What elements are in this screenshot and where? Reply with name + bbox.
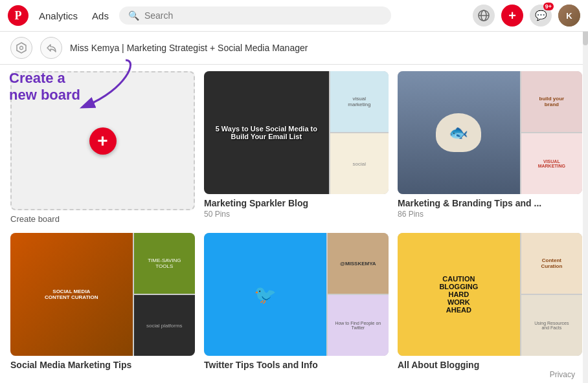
board-images: 🐦 @MISSKEMYA How to Find People on Twitt… (204, 233, 389, 356)
notification-badge: 9+ (543, 3, 554, 10)
boards-container: + Create board 5 Ways to Use Social Medi… (0, 65, 588, 378)
board-side-image-top: TIME-SAVINGTOOLS (134, 233, 195, 294)
share-icon-btn[interactable] (40, 37, 62, 59)
boards-row-1: + Create board 5 Ways to Use Social Medi… (10, 71, 578, 224)
board-title: Marketing Sparkler Blog (204, 198, 389, 208)
share-icon (45, 42, 57, 54)
board-card-social-media[interactable]: SOCIAL MEDIACONTENT CURATION TIME-SAVING… (10, 233, 195, 371)
create-board-plus-icon[interactable]: + (89, 127, 117, 155)
board-pins: 50 Pins (204, 210, 389, 219)
create-board-wrapper: + Create board (10, 71, 195, 224)
board-title: Marketing & Branding Tips and ... (398, 198, 582, 208)
add-pin-button[interactable]: + (501, 5, 523, 27)
user-avatar[interactable]: K (558, 5, 580, 27)
board-card-marketing-sparkler[interactable]: 5 Ways to Use Social Media to Build Your… (204, 71, 389, 224)
board-side-images: @MISSKEMYA How to Find People on Twitter (328, 233, 389, 356)
board-side-images: TIME-SAVINGTOOLS social platforms (134, 233, 195, 356)
board-pins: 86 Pins (398, 210, 582, 219)
svg-point-4 (20, 47, 23, 50)
globe-icon (478, 10, 490, 21)
boards-row-2: SOCIAL MEDIACONTENT CURATION TIME-SAVING… (10, 233, 578, 371)
notifications-button[interactable]: 💬 9+ (530, 5, 552, 27)
header-actions: + 💬 9+ K (473, 5, 580, 27)
create-board-card[interactable]: + (10, 71, 195, 210)
board-main-image: 5 Ways to Use Social Media to Build Your… (204, 71, 329, 194)
board-side-image-top: visualmarketing (330, 71, 389, 132)
privacy-link[interactable]: Privacy (550, 370, 575, 379)
globe-icon-btn[interactable] (473, 5, 495, 27)
board-main-image: CAUTIONBLOGGINGHARDWORKAHEAD (398, 233, 520, 356)
board-side-image-bottom: social platforms (134, 295, 195, 356)
search-bar: 🔍 (119, 6, 391, 25)
board-side-image-top: build yourbrand (521, 71, 582, 132)
board-side-images: build yourbrand VISUALMARKETING (521, 71, 582, 194)
board-images: SOCIAL MEDIACONTENT CURATION TIME-SAVING… (10, 233, 195, 356)
board-side-image-bottom: social (330, 133, 389, 194)
board-main-image: 🐦 (204, 233, 326, 356)
search-icon: 🔍 (128, 10, 139, 21)
board-title: Social Media Marketing Tips (10, 360, 195, 370)
board-side-image-bottom: VISUALMARKETING (521, 133, 582, 194)
settings-icon (15, 41, 28, 54)
search-input[interactable] (144, 10, 382, 21)
nav-analytics[interactable]: Analytics (35, 8, 82, 24)
board-images: 🐟 build yourbrand VISUALMARKETING (398, 71, 582, 194)
svg-marker-3 (17, 43, 26, 53)
top-navbar: P Analytics Ads 🔍 + 💬 9+ K (0, 0, 588, 32)
board-images: CAUTIONBLOGGINGHARDWORKAHEAD ContentCura… (398, 233, 582, 356)
board-side-images: visualmarketing social (330, 71, 389, 194)
board-images: 5 Ways to Use Social Media to Build Your… (204, 71, 389, 194)
sub-header: Miss Kemya | Marketing Strategist + Soci… (0, 32, 588, 65)
board-side-image-top: ContentCuration (521, 233, 582, 294)
profile-name: Miss Kemya | Marketing Strategist + Soci… (70, 43, 308, 53)
board-side-image-bottom: Using Resourcesand Facts (521, 295, 582, 356)
board-title: All About Blogging (398, 360, 582, 370)
board-side-image-top: @MISSKEMYA (328, 233, 389, 294)
board-side-image-bottom: How to Find People on Twitter (328, 295, 389, 356)
board-title: Twitter Tips Tools and Info (204, 360, 389, 370)
board-main-image: SOCIAL MEDIACONTENT CURATION (10, 233, 133, 356)
create-board-label: Create board (10, 214, 60, 224)
board-card-twitter[interactable]: 🐦 @MISSKEMYA How to Find People on Twitt… (204, 233, 389, 371)
board-main-image: 🐟 (398, 71, 520, 194)
board-side-images: ContentCuration Using Resourcesand Facts (521, 233, 582, 356)
nav-ads[interactable]: Ads (88, 8, 113, 24)
settings-icon-btn[interactable] (10, 37, 32, 59)
scrollbar[interactable] (583, 0, 588, 383)
board-card-blogging[interactable]: CAUTIONBLOGGINGHARDWORKAHEAD ContentCura… (398, 233, 582, 371)
pinterest-logo-icon[interactable]: P (8, 5, 28, 26)
board-card-branding-tips[interactable]: 🐟 build yourbrand VISUALMARKETING Market… (398, 71, 582, 224)
